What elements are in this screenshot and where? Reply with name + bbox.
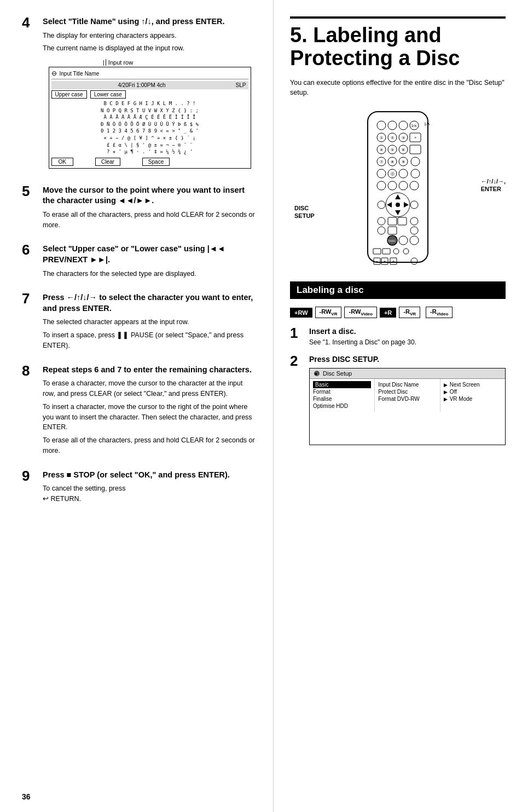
char-input-bottom-buttons: OK Clear Space [51, 158, 248, 166]
disc-type-rvideo: -RVideo [426, 307, 453, 318]
disc-setup-col1-item-optimise: Optimise HDD [313, 402, 371, 410]
svg-text:⑦: ⑦ [380, 160, 383, 164]
svg-text:−: − [376, 259, 379, 264]
step-5-content: Move the cursor to the point where you w… [43, 185, 257, 233]
disc-type-rw-plus: +RW [290, 308, 312, 318]
step-7-number: 7 [22, 291, 43, 306]
char-input-slp: SLP [236, 82, 246, 88]
step-9-title: Press ■ STOP (or select "OK," and press … [43, 470, 257, 481]
char-input-title-text: Input Title Name [60, 71, 100, 77]
char-input-box: ⊖ Input Title Name 4/20Fri 1:00PM 4ch SL… [49, 67, 251, 169]
step-6: 6 Select "Upper case" or "Lower case" us… [22, 244, 257, 281]
right-step-1-number: 1 [290, 326, 309, 340]
step-7: 7 Press ←/↑/↓/→ to select the character … [22, 292, 257, 353]
right-step-2: 2 Press DISC SETUP. ● Disc Setup Basic F… [290, 355, 506, 445]
step-5: 5 Move the cursor to the point where you… [22, 185, 257, 233]
disc-setup-col3: ▶ Next Screen ▶ Off ▶ VR Mode [440, 379, 505, 412]
svg-rect-0 [368, 112, 428, 262]
disc-type-r-plus: +R [380, 308, 396, 318]
step-8-content: Repeat steps 6 and 7 to enter the remain… [43, 365, 257, 459]
step-6-title: Select "Upper case" or "Lower case" usin… [43, 244, 257, 265]
step-6-content: Select "Upper case" or "Lower case" usin… [43, 244, 257, 281]
upper-case-button[interactable]: Upper case [51, 90, 87, 99]
step-4-body1: The display for entering characters appe… [43, 31, 257, 41]
svg-text:⑨: ⑨ [402, 160, 405, 164]
disc-setup-empty-area [310, 412, 505, 445]
step-9: 9 Press ■ STOP (or select "OK," and pres… [22, 470, 257, 507]
svg-text:1/∧: 1/∧ [424, 122, 430, 126]
right-step-2-number: 2 [290, 354, 309, 368]
disc-setup-col3-item2: ▶ Off [444, 388, 502, 395]
step-9-content: Press ■ STOP (or select "OK," and press … [43, 470, 257, 507]
char-input-row-text: 4/20Fri 1:00PM 4ch [54, 82, 230, 88]
step-7-body1: The selected character appears at the in… [43, 317, 257, 327]
disc-setup-col1-item-basic: Basic [313, 381, 371, 388]
step-8-title: Repeat steps 6 and 7 to enter the remain… [43, 365, 257, 376]
svg-text:1/∧: 1/∧ [411, 124, 417, 128]
disc-setup-body: Basic Format Finalise Optimise HDD Input… [310, 379, 505, 412]
disc-setup-col2: Input Disc Name Protect Disc Format DVD-… [375, 379, 440, 412]
svg-text:DISC: DISC [388, 239, 397, 243]
disc-type-rvr: -RVR [399, 307, 420, 318]
right-step-1: 1 Insert a disc. See "1. Inserting a Dis… [290, 327, 506, 347]
lower-case-button[interactable]: Lower case [90, 90, 126, 99]
input-row-arrow: | [103, 59, 105, 66]
svg-text:⑥: ⑥ [402, 148, 405, 152]
svg-text:④: ④ [380, 148, 383, 152]
step-8-body3: To erase all of the characters, press an… [43, 435, 257, 456]
step-4-number: 4 [22, 15, 43, 30]
right-step-2-content: Press DISC SETUP. ● Disc Setup Basic For… [309, 355, 506, 445]
step-4-title: Select "Title Name" using ↑/↓, and press… [43, 16, 257, 27]
left-column: 4 Select "Title Name" using ↑/↓, and pre… [0, 0, 274, 812]
disc-setup-col1-item-format: Format [313, 388, 371, 395]
input-row-label: Input row [108, 59, 133, 66]
disc-setup-header-icon: ● [314, 371, 320, 376]
disc-setup-col1: Basic Format Finalise Optimise HDD [310, 379, 375, 412]
disc-setup-col3-item3: ▶ VR Mode [444, 395, 502, 402]
subsection-title: Labeling a disc [290, 281, 506, 299]
disc-type-rwvideo: -RWVideo [344, 307, 376, 318]
step-8: 8 Repeat steps 6 and 7 to enter the rema… [22, 365, 257, 459]
disc-setup-screenshot: ● Disc Setup Basic Format Finalise Optim… [309, 368, 506, 445]
char-input-title: ⊖ Input Title Name [51, 70, 248, 79]
step-7-content: Press ←/↑/↓/→ to select the character yo… [43, 292, 257, 353]
input-row-diagram: | Input row ⊖ Input Title Name 4/20Fri 1… [43, 59, 257, 169]
section-title: 5. Labeling andProtecting a Disc [290, 16, 506, 70]
section-title-text: Labeling andProtecting a Disc [290, 24, 460, 70]
step-5-title: Move the cursor to the point where you w… [43, 185, 257, 206]
disc-setup-remote-label: DISC SETUP [294, 204, 315, 220]
char-input-row: 4/20Fri 1:00PM 4ch SLP [51, 81, 248, 89]
char-grid-line2: N O P Q R S T U V W X Y Z { } : ; [51, 107, 248, 114]
svg-point-42 [396, 203, 400, 207]
step-4-content: Select "Title Name" using ↑/↓, and press… [43, 16, 257, 174]
char-grid-line6: × ÷ − / @ [ ¥ ] ^ ÷ × ± { } ´ ¡ [51, 135, 248, 142]
disc-setup-header: ● Disc Setup [310, 368, 505, 379]
svg-text:②: ② [391, 136, 394, 140]
disc-setup-col3-item1: ▶ Next Screen [444, 381, 502, 388]
right-column: 5. Labeling andProtecting a Disc You can… [274, 0, 522, 812]
char-grid-line4: Ð Ñ Ò Ó Ô Õ Ö Ø Ù Ú Û Ü Ý Þ ß $ % [51, 121, 248, 128]
clear-button[interactable]: Clear [95, 158, 120, 166]
disc-setup-col2-item2: Protect Disc [378, 388, 436, 395]
svg-text:⑧: ⑧ [391, 160, 394, 164]
char-grid-line1: B C D E F G H I J K L M . . ? ! [51, 100, 248, 107]
char-grid-line7: £ £ α \ | § ' @ ± = ¬ − ® ¨ ¨ [51, 142, 248, 149]
step-7-title: Press ←/↑/↓/→ to select the character yo… [43, 292, 257, 314]
case-buttons: Upper case Lower case [51, 90, 248, 99]
disc-setup-col2-item3: Format DVD-RW [378, 395, 436, 402]
step-8-number: 8 [22, 364, 43, 378]
svg-text:①: ① [380, 136, 383, 140]
step-5-number: 5 [22, 184, 43, 198]
step-4: 4 Select "Title Name" using ↑/↓, and pre… [22, 16, 257, 174]
step-6-number: 6 [22, 243, 43, 257]
step-9-number: 9 [22, 469, 43, 483]
section-intro: You can execute options effective for th… [290, 78, 506, 99]
svg-text:③: ③ [402, 136, 405, 140]
right-step-2-title: Press DISC SETUP. [309, 355, 506, 364]
right-step-1-title: Insert a disc. [309, 327, 506, 336]
page-number: 36 [22, 792, 31, 801]
disc-setup-col2-item1: Input Disc Name [378, 381, 436, 388]
right-step-1-body: See "1. Inserting a Disc" on page 30. [309, 338, 506, 347]
ok-button[interactable]: OK [51, 158, 73, 166]
space-button[interactable]: Space [142, 158, 170, 166]
